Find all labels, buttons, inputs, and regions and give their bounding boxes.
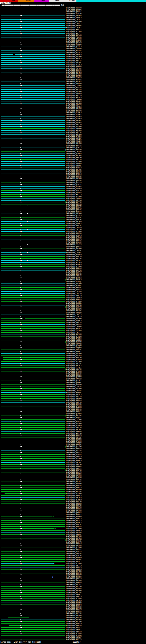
- hit-bar[interactable]: [1, 503, 65, 504]
- hit-bar[interactable]: [1, 186, 65, 187]
- hit-bar[interactable]: [1, 480, 65, 480]
- hit-bar[interactable]: [1, 373, 65, 373]
- hit-bar[interactable]: [1, 501, 65, 502]
- hit-bar[interactable]: [1, 606, 65, 606]
- hit-bar[interactable]: [1, 518, 65, 519]
- hit-bar[interactable]: [1, 132, 65, 132]
- hit-bar[interactable]: [1, 505, 65, 505]
- hit-bar[interactable]: [1, 582, 65, 583]
- hit-bar[interactable]: [1, 392, 65, 393]
- hit-bar[interactable]: [25, 318, 65, 319]
- hit-bar[interactable]: [1, 386, 65, 387]
- hit-bar[interactable]: [1, 173, 65, 174]
- hit-bar[interactable]: [11, 348, 65, 348]
- hit-bar[interactable]: [1, 182, 65, 183]
- hit-bar[interactable]: [1, 171, 65, 171]
- hit-bar[interactable]: [1, 602, 65, 602]
- hit-bar[interactable]: [1, 198, 65, 198]
- hit-bar[interactable]: [1, 56, 65, 57]
- hit-bar[interactable]: [1, 416, 65, 416]
- hit-bar[interactable]: [1, 356, 65, 356]
- hit-bar[interactable]: [1, 456, 65, 457]
- hit-bar[interactable]: [1, 472, 65, 472]
- hit-bar[interactable]: [1, 390, 65, 391]
- hit-bar[interactable]: [1, 423, 65, 424]
- hit-bar[interactable]: [1, 384, 65, 385]
- hit-bar[interactable]: [1, 196, 65, 197]
- hit-bar[interactable]: [1, 12, 65, 12]
- hit-bar[interactable]: [1, 398, 65, 399]
- hit-bar[interactable]: [1, 369, 65, 370]
- hit-bar[interactable]: [1, 538, 65, 538]
- hit-bar[interactable]: [1, 383, 65, 383]
- hit-bar[interactable]: [1, 394, 65, 395]
- hit-bar[interactable]: [1, 284, 65, 284]
- hit-bar[interactable]: [1, 161, 65, 162]
- hit-bar[interactable]: [1, 33, 65, 34]
- hit-bar[interactable]: [1, 466, 65, 466]
- hit-bar[interactable]: [1, 489, 65, 490]
- hit-bar[interactable]: [1, 400, 65, 400]
- hit-bar[interactable]: [1, 297, 65, 298]
- hit-bar[interactable]: [1, 371, 65, 372]
- hit-bar[interactable]: [1, 288, 65, 288]
- hit-bar[interactable]: [1, 410, 65, 410]
- hit-bar[interactable]: [1, 344, 65, 344]
- hit-bar[interactable]: [1, 515, 65, 515]
- hit-bar[interactable]: [1, 92, 65, 92]
- hit-bar[interactable]: [1, 559, 65, 560]
- hit-bar[interactable]: [1, 594, 65, 595]
- hit-bar[interactable]: [1, 224, 65, 224]
- hit-bar[interactable]: [1, 516, 52, 517]
- hit-bar[interactable]: [1, 478, 65, 478]
- hit-bar[interactable]: [1, 520, 65, 521]
- hit-bar[interactable]: [1, 338, 65, 338]
- hit-bar[interactable]: [1, 600, 65, 600]
- hit-bar[interactable]: [1, 25, 65, 26]
- hit-bar[interactable]: [1, 462, 65, 462]
- hit-bar[interactable]: [1, 614, 65, 614]
- hit-bar[interactable]: [1, 237, 65, 237]
- hit-bar[interactable]: [1, 581, 65, 581]
- hit-bar[interactable]: [1, 637, 65, 637]
- hit-bar[interactable]: [1, 136, 65, 136]
- hit-bar[interactable]: [1, 476, 65, 476]
- hit-bar[interactable]: [1, 486, 65, 486]
- hit-bar[interactable]: [1, 243, 65, 243]
- hit-bar[interactable]: [1, 245, 65, 245]
- hit-bar[interactable]: [1, 254, 65, 255]
- hit-bar[interactable]: [1, 262, 65, 263]
- hit-bar[interactable]: [1, 484, 65, 484]
- hit-bar[interactable]: [1, 639, 65, 640]
- hit-bar[interactable]: [1, 68, 65, 68]
- hit-bar[interactable]: [1, 317, 65, 317]
- hit-bar[interactable]: [1, 425, 65, 426]
- hit-bar[interactable]: [1, 45, 65, 45]
- hit-bar[interactable]: [1, 348, 9, 348]
- hit-bar[interactable]: [1, 16, 65, 16]
- hit-bar[interactable]: [1, 235, 65, 236]
- hit-bar[interactable]: [1, 470, 65, 470]
- hit-bar[interactable]: [1, 270, 65, 270]
- hit-bar[interactable]: [1, 402, 65, 402]
- hit-bar[interactable]: [1, 276, 65, 276]
- hit-bar[interactable]: [1, 72, 65, 72]
- hit-bar[interactable]: [1, 509, 65, 509]
- hit-bar[interactable]: [1, 204, 65, 204]
- hit-bar[interactable]: [4, 493, 65, 494]
- hit-bar[interactable]: [1, 422, 65, 422]
- hit-bar[interactable]: [1, 598, 65, 598]
- hit-bar[interactable]: [1, 101, 65, 102]
- hit-bar[interactable]: [1, 27, 65, 28]
- hit-bar[interactable]: [1, 184, 65, 185]
- hit-bar[interactable]: [1, 256, 65, 257]
- hit-bar[interactable]: [1, 286, 65, 286]
- hit-bar[interactable]: [1, 20, 65, 20]
- hit-bar[interactable]: [1, 31, 65, 32]
- hit-bar[interactable]: [1, 565, 65, 566]
- hit-bar[interactable]: [1, 208, 65, 208]
- hit-bar[interactable]: [1, 62, 65, 62]
- hit-bar[interactable]: [1, 324, 65, 325]
- hit-bar[interactable]: [1, 22, 65, 22]
- hit-bar[interactable]: [1, 624, 65, 624]
